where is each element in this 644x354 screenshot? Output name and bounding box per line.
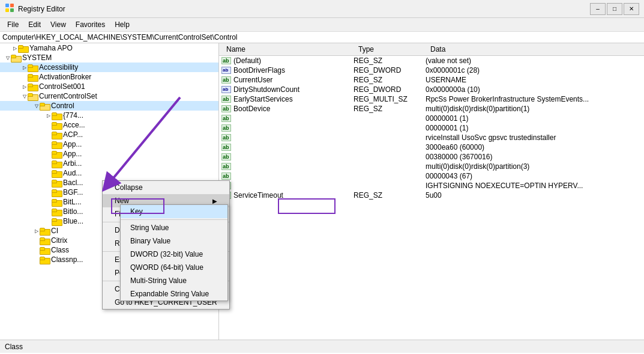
expand-icon: ▷ bbox=[46, 113, 52, 118]
submenu-binary-value[interactable]: Binary Value bbox=[121, 234, 227, 248]
detail-row[interactable]: ab CurrentUser REG_SZ USERNAME bbox=[219, 75, 644, 85]
detail-row[interactable]: ab DirtyShutdownCount REG_DWORD 0x000000… bbox=[219, 85, 644, 94]
submenu: Key String Value Binary Value DWORD (32-… bbox=[120, 204, 228, 301]
detail-row[interactable]: ab ServiceTimeout REG_SZ 5u00 bbox=[219, 191, 644, 200]
folder-icon bbox=[40, 227, 49, 234]
detail-row-data: (value not set) bbox=[426, 56, 642, 65]
detail-row[interactable]: ab BootDriverFlags REG_DWORD 0x0000001c … bbox=[219, 66, 644, 75]
tree-item-label: ActivationBroker bbox=[39, 73, 91, 81]
detail-row-data: 0x0000000a (10) bbox=[426, 85, 642, 94]
menu-help[interactable]: Help bbox=[110, 19, 134, 30]
col-type: Type bbox=[354, 44, 426, 54]
tree-item-currentcontrolset[interactable]: ▽ CurrentControlSet bbox=[0, 91, 218, 101]
expand-icon: ▽ bbox=[34, 103, 40, 109]
submenu-key[interactable]: Key bbox=[121, 205, 227, 218]
folder-icon bbox=[40, 246, 49, 254]
detail-row-name: ServiceTimeout bbox=[233, 191, 283, 200]
detail-row[interactable]: ab IGHTSIGNING NOEXECUTE=OPTIN HYPERV... bbox=[219, 181, 644, 191]
reg-icon: ab bbox=[221, 86, 231, 93]
svg-rect-3 bbox=[10, 8, 14, 12]
maximize-button[interactable]: □ bbox=[607, 3, 622, 15]
tree-item-system[interactable]: ▽ SYSTEM bbox=[0, 53, 218, 63]
submenu-expandable-value[interactable]: Expandable String Value bbox=[121, 287, 227, 301]
submenu-dword-value[interactable]: DWORD (32-bit) Value bbox=[121, 248, 227, 261]
tree-item-acce[interactable]: Acce... bbox=[0, 120, 218, 130]
folder-icon bbox=[52, 208, 61, 215]
menu-bar: File Edit View Favorites Help bbox=[0, 18, 644, 32]
tree-item-label: Accessibility bbox=[39, 63, 78, 72]
detail-row-type: REG_SZ bbox=[354, 191, 426, 200]
submenu-arrow-icon: ▶ bbox=[212, 198, 217, 204]
tree-item-label: Aud... bbox=[63, 169, 82, 177]
tree-item-label: Arbi... bbox=[63, 159, 82, 168]
tree-item-arbi[interactable]: Arbi... bbox=[0, 159, 218, 168]
minimize-button[interactable]: – bbox=[590, 3, 606, 15]
detail-row[interactable]: ab 00000043 (67) bbox=[219, 171, 644, 181]
reg-icon: ab bbox=[221, 105, 231, 112]
tree-item-aud[interactable]: Aud... bbox=[0, 168, 218, 178]
folder-icon bbox=[28, 73, 37, 81]
folder-icon bbox=[28, 93, 37, 100]
tree-item-controlset001[interactable]: ▷ ControlSet001 bbox=[0, 82, 218, 91]
ctx-collapse[interactable]: Collapse bbox=[103, 181, 229, 194]
tree-item-activationbroker[interactable]: ActivationBroker bbox=[0, 72, 218, 82]
tree-item-label: App... bbox=[63, 140, 82, 148]
status-text: Class bbox=[5, 343, 23, 351]
expand-icon: ▽ bbox=[22, 94, 28, 99]
expand-icon: ▷ bbox=[22, 84, 28, 90]
submenu-sep bbox=[121, 219, 227, 220]
detail-row-type: REG_SZ bbox=[354, 56, 426, 65]
folder-icon bbox=[40, 256, 49, 263]
detail-row-name: EarlyStartServices bbox=[233, 95, 293, 103]
detail-row-data: rviceInstall UsoSvc gpsvc trustedinstall… bbox=[426, 133, 642, 142]
detail-row[interactable]: ab (Default) REG_SZ (value not set) bbox=[219, 56, 644, 66]
folder-icon bbox=[40, 237, 49, 244]
tree-item-control[interactable]: ▽ Control bbox=[0, 101, 218, 111]
menu-file[interactable]: File bbox=[2, 19, 23, 30]
tree-item-app2[interactable]: App... bbox=[0, 149, 218, 159]
submenu-multistring-value[interactable]: Multi-String Value bbox=[121, 274, 227, 287]
reg-icon: ab bbox=[221, 124, 231, 132]
ctx-new-label: New bbox=[115, 197, 129, 205]
tree-item-774[interactable]: ▷ {774... bbox=[0, 111, 218, 120]
detail-row-data: 00380000 (3670016) bbox=[426, 153, 642, 161]
tree-item-label: CurrentControlSet bbox=[39, 92, 97, 100]
detail-row[interactable]: ab EarlyStartServices REG_MULTI_SZ RpcSs… bbox=[219, 94, 644, 104]
detail-row[interactable]: ab rviceInstall UsoSvc gpsvc trustedinst… bbox=[219, 133, 644, 142]
menu-edit[interactable]: Edit bbox=[23, 19, 46, 30]
tree-item-acp[interactable]: ACP... bbox=[0, 130, 218, 139]
tree-item-label: BitL... bbox=[63, 198, 82, 206]
tree-item-yamaha[interactable]: ▷ Yamaha APO bbox=[0, 43, 218, 53]
tree-item-label: Class bbox=[51, 246, 69, 254]
address-bar: Computer\HKEY_LOCAL_MACHINE\SYSTEM\Curre… bbox=[0, 32, 644, 43]
tree-item-label: Citrix bbox=[51, 236, 67, 245]
detail-row-type: REG_MULTI_SZ bbox=[354, 95, 426, 103]
detail-row-name: DirtyShutdownCount bbox=[233, 85, 299, 94]
detail-row-name: BootDriverFlags bbox=[233, 66, 285, 75]
detail-row-type: REG_DWORD bbox=[354, 66, 426, 75]
app-icon bbox=[5, 3, 14, 14]
detail-row[interactable]: ab 00000001 (1) bbox=[219, 123, 644, 133]
folder-icon bbox=[52, 189, 61, 196]
detail-row[interactable]: ab multi(0)disk(0)rdisk(0)partition(3) bbox=[219, 162, 644, 171]
reg-icon: ab bbox=[221, 134, 231, 141]
tree-item-accessibility[interactable]: ▷ Accessibility bbox=[0, 63, 218, 72]
detail-row[interactable]: ab BootDevice REG_SZ multi(0)disk(0)rdis… bbox=[219, 104, 644, 114]
detail-row-name: (Default) bbox=[233, 56, 261, 65]
svg-rect-2 bbox=[5, 8, 9, 12]
detail-row[interactable]: ab 00000001 (1) bbox=[219, 114, 644, 123]
folder-icon bbox=[28, 64, 37, 71]
menu-favorites[interactable]: Favorites bbox=[71, 19, 110, 30]
detail-row[interactable]: ab 3000ea60 (60000) bbox=[219, 142, 644, 152]
folder-icon bbox=[52, 169, 61, 177]
tree-item-app1[interactable]: App... bbox=[0, 139, 218, 149]
close-button[interactable]: ✕ bbox=[624, 3, 639, 15]
submenu-string-value[interactable]: String Value bbox=[121, 221, 227, 234]
tree-item-label: Bacl... bbox=[63, 179, 83, 187]
status-bar: Class bbox=[0, 340, 644, 353]
menu-view[interactable]: View bbox=[46, 19, 71, 30]
reg-icon: ab bbox=[221, 115, 231, 122]
submenu-qword-value[interactable]: QWORD (64-bit) Value bbox=[121, 261, 227, 274]
detail-row[interactable]: ab 00380000 (3670016) bbox=[219, 152, 644, 162]
folder-icon bbox=[52, 160, 61, 167]
